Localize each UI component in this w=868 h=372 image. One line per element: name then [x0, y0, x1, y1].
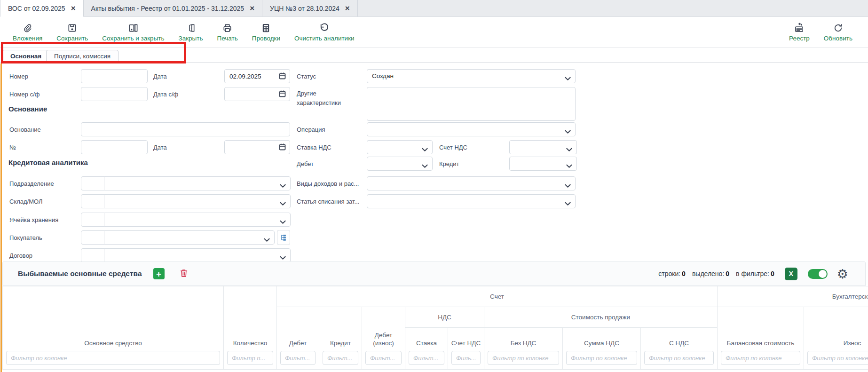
filter-input-balance-cost[interactable]	[721, 351, 800, 365]
chevron-down-icon	[565, 74, 571, 83]
income-expense-types-label: Виды доходов и рас...	[297, 180, 359, 187]
grid-title: Выбываемые основные средства	[18, 269, 142, 278]
buyer-select[interactable]	[104, 230, 275, 245]
date-field	[224, 69, 290, 83]
vat-account-label: Счет НДС	[439, 144, 467, 151]
save-button[interactable]: Сохранить	[49, 23, 95, 42]
app-window: ВОС от 02.09.2025 × Акты выбытия - Реест…	[0, 0, 868, 372]
attachments-button[interactable]: Вложения	[6, 23, 49, 42]
filter-input-quantity[interactable]	[227, 351, 273, 365]
calendar-icon[interactable]	[278, 72, 286, 82]
storage-cell-code-input[interactable]	[81, 213, 104, 227]
warehouse-combo	[81, 194, 291, 208]
filter-input-debit-wear[interactable]	[365, 351, 402, 365]
toggle-knob	[819, 270, 827, 278]
clear-analytics-button[interactable]: Очистить аналитики	[287, 23, 362, 42]
group-vat: НДС Ставка Счет НДС	[405, 307, 484, 369]
filter-input-asset[interactable]	[6, 351, 220, 365]
add-row-button[interactable]: +	[153, 268, 165, 279]
filter-input-with-vat[interactable]	[644, 351, 714, 365]
filter-input-vat-account[interactable]	[451, 351, 481, 365]
contract-label: Договор	[9, 252, 32, 259]
column-debit: Дебет	[277, 307, 319, 369]
writeoff-item-select[interactable]	[367, 194, 576, 208]
invoice-date-input[interactable]	[225, 87, 276, 101]
group-sale-cost: Стоимость продажи Без НДС Сумма НДС	[484, 307, 718, 369]
warehouse-select[interactable]	[104, 194, 291, 208]
debit-label: Дебет	[297, 160, 314, 167]
date-input[interactable]	[225, 70, 276, 83]
other-characteristics-label: Другие характеристики	[297, 89, 358, 107]
buyer-combo	[81, 230, 275, 245]
contract-code-input[interactable]	[81, 248, 104, 262]
group-accounting: Бухгалтерский уч... Балансовая стоимость…	[718, 286, 868, 369]
filter-input-without-vat[interactable]	[488, 351, 559, 365]
buyer-tree-select-button[interactable]	[277, 230, 290, 245]
invoice-number-input[interactable]	[81, 87, 148, 101]
chevron-down-icon	[280, 182, 286, 190]
close-document-button[interactable]: Закрыть	[172, 23, 210, 42]
vat-rate-select[interactable]	[367, 140, 433, 154]
grid-settings-button[interactable]: ⚙	[837, 268, 848, 280]
refresh-button[interactable]: Обновить	[817, 23, 860, 42]
postings-button[interactable]: Проводки	[245, 23, 287, 42]
save-and-close-button[interactable]: Сохранить и закрыть	[95, 23, 171, 42]
invoice-date-field	[224, 87, 290, 101]
status-value: Создан	[372, 72, 394, 79]
filtered-count: в фильтре:0	[736, 270, 774, 277]
status-select[interactable]: Создан	[367, 69, 576, 83]
column-without-vat: Без НДС	[484, 328, 563, 369]
registry-button[interactable]: Реестр	[782, 23, 817, 42]
group-account: Счет Дебет Кредит Дебет (износ)	[277, 286, 718, 369]
operation-select[interactable]	[367, 122, 576, 136]
vat-account-select[interactable]	[509, 140, 577, 154]
window-tab-vos[interactable]: ВОС от 02.09.2025 ×	[0, 0, 84, 17]
window-tab-ucn[interactable]: УЦН №3 от 28.10.2024 ×	[262, 0, 358, 16]
chevron-down-icon	[280, 218, 286, 226]
close-icon[interactable]: ×	[250, 4, 254, 12]
window-tab-bar: ВОС от 02.09.2025 × Акты выбытия - Реест…	[0, 0, 868, 17]
close-icon[interactable]: ×	[71, 4, 76, 12]
filter-toggle[interactable]	[808, 269, 828, 279]
department-select[interactable]	[104, 176, 291, 190]
basis-no-label: №	[9, 144, 16, 151]
printer-icon	[222, 23, 233, 33]
basis-input[interactable]	[81, 122, 290, 136]
chevron-down-icon	[264, 236, 270, 244]
print-button[interactable]: Печать	[210, 23, 245, 42]
basis-date-input[interactable]	[225, 141, 276, 154]
filter-input-rate[interactable]	[409, 351, 444, 365]
calendar-icon[interactable]	[278, 90, 286, 100]
filter-input-vat-sum[interactable]	[566, 351, 637, 365]
excel-export-button[interactable]: X	[785, 268, 797, 280]
income-expense-types-select[interactable]	[367, 176, 576, 190]
storage-cell-label: Ячейка хранения	[9, 216, 58, 223]
buyer-code-input[interactable]	[81, 230, 104, 245]
refresh-icon	[833, 23, 844, 33]
calendar-icon[interactable]	[278, 143, 286, 153]
close-icon[interactable]: ×	[345, 4, 350, 12]
number-input[interactable]	[81, 69, 148, 83]
contract-select[interactable]	[104, 248, 291, 262]
filter-input-credit[interactable]	[323, 351, 358, 365]
window-tab-acts-registry[interactable]: Акты выбытия - Реестр от 01.01.2025 - 31…	[84, 0, 263, 16]
column-vat-sum: Сумма НДС	[563, 328, 641, 369]
tab-main[interactable]: Основная	[2, 50, 49, 63]
other-characteristics-textarea[interactable]	[367, 87, 576, 121]
status-label: Статус	[297, 73, 316, 80]
filter-input-debit[interactable]	[280, 351, 316, 365]
column-rate: Ставка	[405, 328, 448, 369]
warehouse-code-input[interactable]	[81, 194, 104, 208]
filter-input-wear[interactable]	[807, 351, 868, 365]
chevron-down-icon	[280, 199, 286, 208]
storage-cell-select[interactable]	[104, 213, 291, 227]
operation-label: Операция	[297, 126, 325, 133]
basis-label: Основание	[9, 126, 41, 133]
delete-row-button[interactable]	[179, 268, 189, 280]
hierarchy-tree-icon	[279, 233, 288, 242]
basis-no-input[interactable]	[81, 140, 148, 154]
department-code-input[interactable]	[81, 176, 104, 190]
debit-select[interactable]	[367, 157, 433, 171]
tab-signatures-commission[interactable]: Подписи, комиссия	[46, 50, 118, 63]
credit-select[interactable]	[509, 157, 577, 171]
